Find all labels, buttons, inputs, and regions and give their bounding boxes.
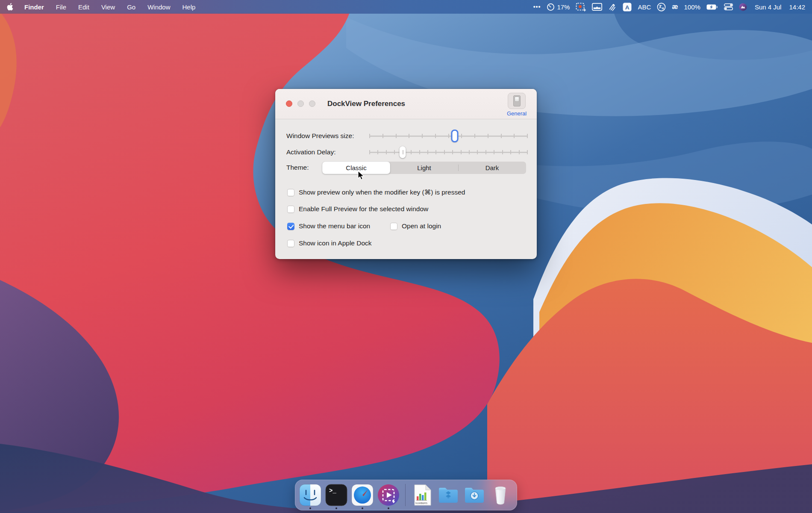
svg-text:A: A (625, 4, 630, 10)
checkbox-row-full-preview: Enable Full Preview for the selected win… (287, 205, 428, 213)
checkbox-row-open-at-login: Open at login (390, 222, 441, 230)
menu-bar-icon-checkbox[interactable] (287, 223, 294, 230)
timer-percent: 17% (557, 3, 570, 11)
purple-app-icon[interactable] (739, 3, 747, 11)
slider-tick (382, 134, 383, 138)
mouse-cursor (358, 171, 367, 181)
display-icon[interactable] (592, 3, 602, 11)
slider-tick (461, 134, 462, 138)
slider-tick (474, 134, 475, 138)
modifier-key-checkbox[interactable] (287, 189, 294, 196)
slider-tick (435, 134, 436, 138)
theme-option-classic[interactable]: Classic (322, 162, 390, 174)
checkbox-row-apple-dock-icon: Show icon in Apple Dock (287, 239, 372, 247)
slider-tick (494, 150, 494, 154)
menu-help[interactable]: Help (182, 3, 196, 11)
checkbox-label: Show the menu bar icon (299, 222, 370, 230)
input-a-icon[interactable]: A (623, 3, 632, 12)
slider-tick (435, 150, 436, 154)
dock-finder-icon[interactable] (299, 484, 321, 506)
theme-segmented-control: Classic Light Dark (322, 162, 526, 174)
menu-go[interactable]: Go (127, 3, 135, 11)
menu-file[interactable]: File (56, 3, 66, 11)
menu-bar-date[interactable]: Sun 4 Jul (755, 3, 782, 11)
input-source-label[interactable]: ABC (638, 3, 651, 11)
activation-delay-slider[interactable] (370, 146, 527, 159)
dock-numbers-document-icon[interactable]: NUMBERS (411, 484, 433, 506)
previews-size-slider-thumb[interactable] (451, 130, 459, 142)
theme-option-light[interactable]: Light (390, 162, 458, 174)
toggles-icon[interactable] (724, 3, 733, 10)
display-percent[interactable]: 100% (684, 3, 700, 11)
dock-dropbox-folder-icon[interactable] (437, 484, 459, 506)
slider-tick (419, 150, 420, 154)
screenshot-icon[interactable] (576, 3, 586, 12)
brush-icon[interactable] (608, 3, 617, 11)
theme-option-dark[interactable]: Dark (458, 162, 526, 174)
dock-safari-icon[interactable] (351, 484, 374, 506)
slider-tick (514, 134, 515, 138)
window-titlebar[interactable]: DockView Preferences General (275, 89, 537, 119)
dock-dockview-icon[interactable] (377, 484, 400, 506)
menu-view[interactable]: View (101, 3, 115, 11)
apple-dock-icon-checkbox[interactable] (287, 240, 294, 247)
slider-tick (409, 134, 409, 138)
slider-tick (377, 150, 378, 154)
slider-tick (502, 150, 503, 154)
translate-icon[interactable]: A (657, 3, 666, 12)
checkbox-row-menu-bar-icon: Show the menu bar icon (287, 222, 370, 230)
menu-edit[interactable]: Edit (78, 3, 89, 11)
apple-menu-icon[interactable] (7, 3, 13, 11)
tab-general[interactable]: General (505, 93, 528, 117)
general-tab-button[interactable] (508, 93, 526, 109)
slider-tick (485, 150, 486, 154)
previews-size-slider[interactable] (370, 130, 527, 142)
slider-tick (527, 134, 528, 138)
svg-text:>_: >_ (329, 487, 336, 494)
slider-tick (501, 134, 502, 138)
desktop: Finder File Edit View Go Window Help •••… (0, 0, 812, 513)
svg-text:A: A (662, 6, 665, 10)
slider-tick (422, 134, 423, 138)
timer-status-item[interactable]: 17% (547, 3, 570, 11)
slider-tick (369, 134, 370, 138)
checkbox-label: Show preview only when the modifier key … (299, 189, 465, 196)
slider-track (370, 152, 527, 153)
slider-tick (427, 150, 428, 154)
general-tab-label: General (505, 110, 528, 117)
slider-tick (510, 150, 511, 154)
slider-tick (394, 150, 395, 154)
zoom-button[interactable] (309, 100, 315, 107)
previews-size-label: Window Previews size: (286, 132, 354, 140)
full-preview-checkbox[interactable] (287, 206, 294, 213)
window-title: DockView Preferences (327, 89, 405, 119)
slider-tick (488, 134, 488, 138)
ligature-indicator[interactable]: æ (672, 3, 678, 11)
menu-bar-time[interactable]: 14:42 (789, 3, 805, 11)
dock: >_ (295, 480, 517, 510)
battery-charging-icon[interactable] (706, 4, 718, 10)
dockview-preferences-window: DockView Preferences General Window Prev… (275, 89, 537, 259)
menu-bar-status: ••• 17% A ABC A æ 100% Sun 4 Jul 14:42 (533, 3, 805, 12)
overflow-ellipsis-icon[interactable]: ••• (533, 3, 541, 10)
clock-icon (547, 3, 555, 11)
menu-bar: Finder File Edit View Go Window Help •••… (0, 0, 812, 14)
dock-terminal-icon[interactable]: >_ (325, 484, 347, 506)
slider-tick (386, 150, 387, 154)
slider-tick (448, 134, 449, 138)
svg-text:NUMBERS: NUMBERS (415, 502, 427, 504)
dock-separator (405, 484, 406, 506)
dock-trash-icon[interactable] (489, 484, 512, 506)
slider-tick (477, 150, 478, 154)
slider-tick (452, 150, 453, 154)
close-button[interactable] (286, 100, 292, 107)
open-at-login-checkbox[interactable] (390, 223, 397, 230)
slider-tick (411, 150, 412, 154)
minimize-button[interactable] (297, 100, 304, 107)
menu-finder[interactable]: Finder (24, 3, 44, 11)
dock-downloads-folder-icon[interactable] (463, 484, 485, 506)
checkbox-label: Show icon in Apple Dock (299, 239, 372, 247)
activation-delay-label: Activation Delay: (286, 148, 335, 156)
slider-tick (469, 150, 470, 154)
menu-window[interactable]: Window (147, 3, 170, 11)
